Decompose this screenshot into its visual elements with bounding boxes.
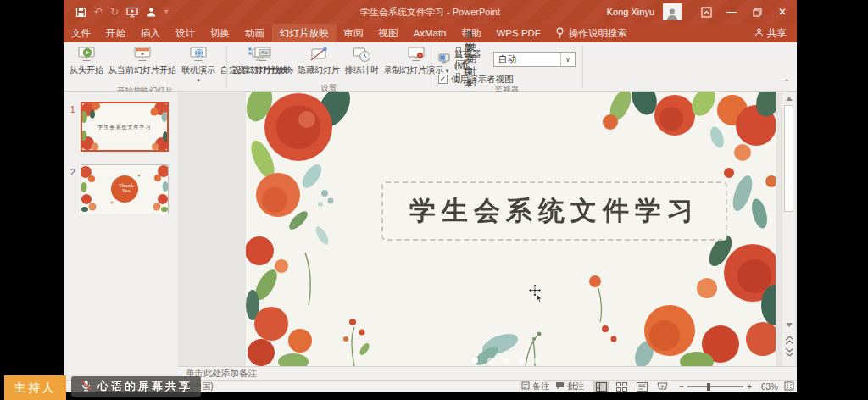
slide-canvas: 学生会系统文件学习 (178, 92, 782, 366)
from-current-slide-icon (132, 46, 153, 64)
lightbulb-icon (555, 27, 565, 40)
chevron-down-icon: ∨ (560, 53, 575, 66)
slide-thumbnail-panel: 1 学生会系统文件学习 2 (64, 92, 178, 380)
maximize-button[interactable] (744, 0, 770, 24)
presenter-icon[interactable] (146, 7, 157, 18)
thumbnail-1-title: 学生会系统文件学习 (94, 124, 155, 131)
checkbox-checked: ✓ (438, 75, 448, 84)
present-online-button[interactable]: 联机演示▾ (179, 45, 218, 86)
tab-transitions[interactable]: 切换 (203, 24, 237, 42)
slide-thumbnail-1[interactable]: 学生会系统文件学习 (81, 102, 169, 152)
vertical-scrollbar[interactable] (782, 92, 795, 366)
zoom-control: − + (679, 382, 752, 392)
qat-customize-icon[interactable]: ▿ (164, 7, 168, 17)
pager-dot (487, 358, 493, 364)
pager-dot (503, 358, 509, 364)
notes-toggle-button[interactable]: 备注 (521, 381, 549, 392)
from-beginning-icon (76, 46, 97, 64)
start-slideshow-icon[interactable] (126, 7, 138, 18)
reading-view-button[interactable] (634, 381, 649, 392)
tab-file[interactable]: 文件 (64, 24, 98, 42)
thumbnail-number-2: 2 (70, 168, 75, 177)
ribbon: 从头开始 从当前幻灯片开始 联机演示▾ 自定义幻灯片放映 ▾ (64, 42, 797, 92)
set-up-slideshow-icon (253, 46, 273, 64)
tell-me-search[interactable]: 操作说明搜索 (548, 24, 634, 42)
tab-insert[interactable]: 插入 (133, 24, 168, 42)
rehearse-timings-button[interactable]: 排练计时 (342, 45, 381, 75)
fit-to-window-button[interactable] (784, 381, 794, 392)
zoom-slider-thumb[interactable] (707, 383, 710, 391)
status-bar-right: 备注 批注 − + 63% (521, 381, 794, 392)
zoom-slider[interactable] (687, 386, 743, 387)
scroll-up-icon[interactable] (782, 92, 796, 104)
next-slide-button[interactable] (782, 346, 796, 358)
normal-view-button[interactable] (593, 381, 609, 392)
notes-icon (521, 381, 530, 392)
collapse-ribbon-icon[interactable]: ⌃ (783, 78, 790, 86)
quick-access-toolbar: ↶ ↻ ▿ (64, 7, 168, 18)
left-black-bar (0, 0, 64, 400)
comments-toggle-button[interactable]: 批注 (555, 381, 584, 392)
slideshow-view-button[interactable] (654, 381, 670, 392)
zoom-level[interactable]: 63% (758, 382, 778, 392)
from-current-slide-button[interactable]: 从当前幻灯片开始 (106, 45, 179, 75)
use-presenter-view-checkbox[interactable]: ✓ 使用演示者视图 (438, 74, 576, 85)
pager-dot-active (471, 357, 478, 364)
close-button[interactable]: ✕ (770, 0, 795, 24)
host-badge: 主持人 (4, 375, 66, 400)
group-start-slideshow: 从头开始 从当前幻灯片开始 联机演示▾ 自定义幻灯片放映 ▾ (64, 42, 226, 91)
tab-wpspdf[interactable]: WPS PDF (489, 24, 548, 42)
undo-icon[interactable]: ↶ (94, 7, 103, 17)
set-up-slideshow-button[interactable]: 设置幻灯片放映 (231, 45, 295, 75)
title-bar: ↶ ↻ ▿ 学生会系统文件学习 - PowerPoint Kong Xinyu … (64, 0, 797, 24)
slide-pager-dots (471, 357, 539, 364)
dropdown-icon: ▾ (197, 77, 200, 83)
view-switcher (593, 381, 670, 392)
minimize-button[interactable]: — (719, 0, 744, 24)
tab-home[interactable]: 开始 (98, 24, 133, 42)
from-beginning-button[interactable]: 从头开始 (67, 45, 106, 75)
slide-sorter-view-button[interactable] (614, 381, 629, 392)
scroll-down-icon[interactable] (782, 319, 796, 331)
screen-share-banner: 心语的屏幕共享 (71, 376, 201, 397)
scrollbar-thumb[interactable] (784, 105, 793, 212)
pager-dot (533, 358, 539, 364)
ribbon-display-options-button[interactable] (693, 0, 719, 24)
zoom-in-button[interactable]: + (747, 382, 752, 392)
zoom-out-button[interactable]: − (679, 382, 684, 392)
share-button[interactable]: 共享 (744, 24, 797, 42)
thumbnail-number-1: 1 (70, 105, 75, 114)
slide-thumbnail-2[interactable]: Thank You (81, 164, 169, 214)
tab-animations[interactable]: 动画 (237, 24, 272, 42)
titlebar-controls: Kong Xinyu — ✕ (607, 0, 797, 24)
previous-slide-button[interactable] (782, 334, 796, 346)
tab-review[interactable]: 审阅 (337, 24, 371, 42)
hide-slide-icon (309, 46, 329, 64)
tab-view[interactable]: 视图 (371, 24, 406, 42)
monitor-field-label: 监视器(M): (454, 48, 489, 70)
rehearse-timings-icon (352, 46, 372, 64)
powerpoint-window: ↶ ↻ ▿ 学生会系统文件学习 - PowerPoint Kong Xinyu … (64, 0, 797, 392)
right-black-bar (797, 0, 868, 400)
hide-slide-button[interactable]: 隐藏幻灯片 (295, 45, 342, 75)
slide-title: 学生会系统文件学习 (409, 193, 699, 229)
redo-icon[interactable]: ↻ (110, 7, 119, 17)
slide[interactable]: 学生会系统文件学习 (246, 92, 776, 366)
present-online-icon (188, 46, 209, 64)
notes-pane[interactable]: 单击此处添加备注 (178, 366, 797, 380)
record-slideshow-icon (406, 46, 426, 64)
group-monitors: 监视器(M): 自动 ∨ ✓ 使用演示者视图 监视器 (431, 42, 582, 91)
tab-slideshow[interactable]: 幻灯片放映 (272, 24, 337, 42)
user-avatar[interactable] (663, 3, 682, 20)
ribbon-tab-row: 文件 开始 插入 设计 切换 动画 幻灯片放映 审阅 视图 AxMath 帮助 … (64, 24, 797, 42)
screen-share-caption: 心语的屏幕共享 (97, 379, 192, 394)
signed-in-user[interactable]: Kong Xinyu (607, 7, 654, 17)
monitor-dropdown[interactable]: 自动 ∨ (493, 52, 576, 67)
tab-axmath[interactable]: AxMath (406, 24, 454, 42)
monitor-icon (438, 53, 450, 65)
microphone-muted-icon (80, 379, 92, 395)
slide-title-placeholder[interactable]: 学生会系统文件学习 (381, 181, 727, 241)
save-icon[interactable] (75, 7, 86, 18)
share-person-icon (754, 28, 764, 39)
tab-design[interactable]: 设计 (168, 24, 203, 42)
